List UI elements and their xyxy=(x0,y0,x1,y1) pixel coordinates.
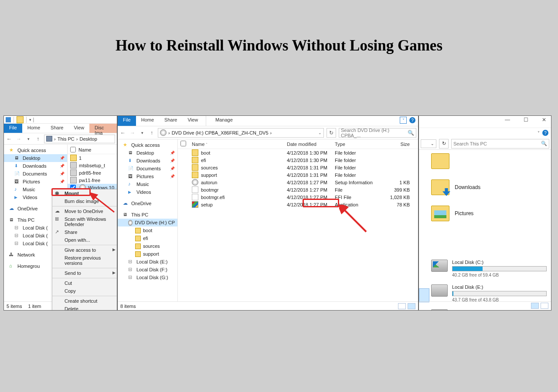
drive-item[interactable]: Local Disk (E:)43.7 GB free of 43.8 GB xyxy=(431,284,547,302)
file-row[interactable]: 1 xyxy=(68,154,117,162)
tree-local-disk[interactable]: Local Disk (G:) xyxy=(118,274,177,281)
tree-videos[interactable]: Videos xyxy=(118,188,177,196)
select-all-checkbox[interactable] xyxy=(180,141,186,146)
tree-quick-access[interactable]: Quick access xyxy=(118,141,177,149)
tree-pictures[interactable]: Pictures📌 xyxy=(118,172,177,180)
col-size-header[interactable]: Size xyxy=(380,142,412,147)
close-button[interactable]: ✕ xyxy=(539,117,549,123)
tree-dvd-drive[interactable]: DVD Drive (H:) CP xyxy=(118,219,177,226)
ribbon-expand-button[interactable]: ˅ xyxy=(538,131,540,135)
ctx-mount[interactable]: ◉Mount xyxy=(52,189,117,197)
file-row[interactable]: setup4/12/2018 1:27 PMApplication78 KB xyxy=(178,201,418,208)
file-row[interactable]: support4/12/2018 1:31 PMFile folder xyxy=(178,171,418,179)
menu-home[interactable]: Home xyxy=(22,124,45,133)
file-row[interactable]: pw11-free xyxy=(68,176,117,184)
tree-pictures[interactable]: Pictures📌 xyxy=(4,178,67,186)
view-icons[interactable] xyxy=(398,303,415,309)
list-header[interactable]: Name ˆ Date modified Type Size xyxy=(178,139,418,149)
folder-shortcut[interactable] xyxy=(431,153,551,169)
up-button[interactable]: ↑ xyxy=(148,129,155,136)
refresh-button[interactable]: ↻ xyxy=(439,139,449,149)
col-name-header[interactable]: Name ˆ xyxy=(189,142,284,147)
menu-view[interactable]: View xyxy=(68,124,89,133)
ctx-send-to[interactable]: Send to▶ xyxy=(52,269,117,277)
ctx-delete[interactable]: Delete xyxy=(52,305,117,311)
qat-chevron-icon[interactable]: ▾ │ xyxy=(29,118,35,122)
tree-desktop[interactable]: Desktop📌 xyxy=(4,154,67,162)
tree-local-disk[interactable]: Local Disk (E:) xyxy=(118,258,177,266)
back-button[interactable]: ← xyxy=(6,135,13,142)
menu-home[interactable]: Home xyxy=(136,116,159,126)
minimize-button[interactable]: ― xyxy=(502,117,513,123)
breadcrumb-desktop[interactable]: Desktop xyxy=(79,136,97,142)
tree-desktop[interactable]: Desktop📌 xyxy=(118,149,177,157)
maximize-button[interactable]: ☐ xyxy=(521,117,531,123)
tree-support[interactable]: support xyxy=(118,250,177,258)
file-tab[interactable]: File xyxy=(118,116,136,126)
forward-button[interactable]: → xyxy=(15,135,22,142)
window-controls[interactable]: ― ☐ ✕ xyxy=(502,117,549,123)
breadcrumb-thispc[interactable]: This PC xyxy=(58,136,75,142)
tree-boot[interactable]: boot xyxy=(118,226,177,234)
up-button[interactable]: ↑ xyxy=(34,135,41,142)
help-icon[interactable]: ? xyxy=(409,117,415,123)
file-row[interactable]: autorun4/12/2018 1:27 PMSetup Informatio… xyxy=(178,179,418,186)
tree-onedrive[interactable]: OneDrive xyxy=(118,199,177,207)
ctx-scan-defender[interactable]: ⊞Scan with Windows Defender xyxy=(52,215,117,228)
search-box[interactable]: Search This PC🔍 xyxy=(451,139,549,149)
list-header[interactable]: Name xyxy=(68,145,117,154)
ribbon-expand-button[interactable]: ˅ xyxy=(400,117,407,124)
ctx-open-with[interactable]: Open with... xyxy=(52,236,117,244)
file-row[interactable]: mtsbsetup_t xyxy=(68,162,117,169)
ctx-copy[interactable]: Copy xyxy=(52,287,117,295)
ctx-share[interactable]: ↗Share xyxy=(52,228,117,236)
help-icon[interactable]: ? xyxy=(542,130,548,136)
tree-music[interactable]: Music xyxy=(118,180,177,188)
file-row[interactable]: sources4/12/2018 1:31 PMFile folder xyxy=(178,164,418,171)
file-row[interactable]: bootmgr4/12/2018 1:27 PMFile399 KB xyxy=(178,186,418,193)
file-row[interactable]: pdr85-free xyxy=(68,169,117,176)
back-button[interactable]: ← xyxy=(119,129,126,136)
tree-documents[interactable]: Documents📌 xyxy=(4,170,67,178)
ctx-create-shortcut[interactable]: Create shortcut xyxy=(52,297,117,305)
col-type-header[interactable]: Type xyxy=(332,142,380,147)
menu-share[interactable]: Share xyxy=(159,116,182,126)
tree-downloads[interactable]: Downloads📌 xyxy=(4,162,67,170)
address-field[interactable]: ⌄ xyxy=(421,139,436,148)
address-field[interactable]: › DVD Drive (H:) CPBA_X86FRE_ZH-CN_DV5 ›… xyxy=(158,128,324,138)
file-row[interactable]: bootmgr.efi4/12/2018 1:27 PMEFI File1,02… xyxy=(178,193,418,201)
col-date-header[interactable]: Date modified xyxy=(284,142,332,147)
menu-disc-image-tools[interactable]: Disc Ima xyxy=(89,124,117,133)
file-row[interactable]: efi4/12/2018 1:30 PMFile folder xyxy=(178,156,418,164)
address-field[interactable]: › This PC › Desktop xyxy=(44,135,115,143)
address-dropdown-icon[interactable]: ⌄ xyxy=(318,131,322,135)
file-row[interactable]: boot4/12/2018 1:30 PMFile folder xyxy=(178,149,418,156)
nav-tree[interactable]: Quick access Desktop📌Downloads📌Documents… xyxy=(118,139,178,301)
folder-shortcut[interactable]: Pictures xyxy=(431,206,551,221)
ctx-cut[interactable]: Cut xyxy=(52,279,117,287)
search-box[interactable]: Search DVD Drive (H:) CPBA_...🔍 xyxy=(339,128,416,138)
ctx-burn[interactable]: Burn disc image xyxy=(52,197,117,205)
tree-local-disk[interactable]: Local Disk (F:) xyxy=(118,266,177,274)
recent-button[interactable]: ▾ xyxy=(139,129,146,136)
view-icons[interactable] xyxy=(529,303,548,310)
menu-view[interactable]: View xyxy=(182,116,203,126)
ctx-give-access[interactable]: Give access to▶ xyxy=(52,246,117,254)
folder-shortcut[interactable]: Downloads xyxy=(431,179,551,195)
tree-efi[interactable]: efi xyxy=(118,234,177,242)
recent-button[interactable]: ▾ xyxy=(25,135,32,142)
context-menu[interactable]: ◉Mount Burn disc image ☁Move to OneDrive… xyxy=(52,189,117,311)
menu-share[interactable]: Share xyxy=(45,124,68,133)
menu-manage[interactable]: Manage xyxy=(210,116,238,126)
drive-item[interactable]: Local Disk (C:)40.2 GB free of 59.4 GB xyxy=(431,260,547,277)
tree-this-pc[interactable]: This PC xyxy=(118,211,177,219)
file-tab[interactable]: File xyxy=(4,124,22,133)
breadcrumb-dvd[interactable]: DVD Drive (H:) CPBA_X86FRE_ZH-CN_DV5 xyxy=(172,130,269,135)
select-all-checkbox[interactable] xyxy=(70,147,76,152)
ctx-restore-versions[interactable]: Restore previous versions xyxy=(52,254,117,267)
forward-button[interactable]: → xyxy=(129,129,136,136)
file-list-panel[interactable]: Name ˆ Date modified Type Size boot4/12/… xyxy=(178,139,418,301)
ctx-move-onedrive[interactable]: ☁Move to OneDrive xyxy=(52,207,117,215)
tree-documents[interactable]: Documents📌 xyxy=(118,165,177,172)
tree-quick-access[interactable]: Quick access xyxy=(4,146,67,154)
